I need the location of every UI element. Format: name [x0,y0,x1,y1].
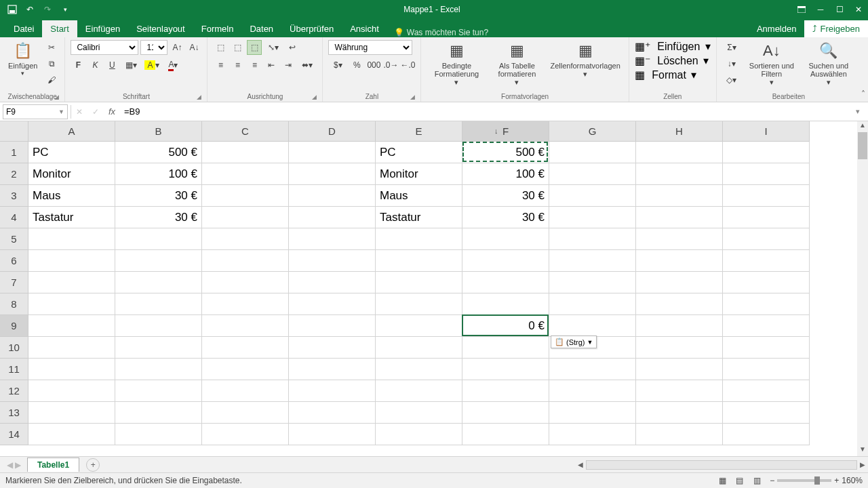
row-header-13[interactable]: 13 [0,402,28,424]
cell-E3[interactable]: Maus [376,185,462,207]
column-header-B[interactable]: B [115,121,202,142]
cell-D11[interactable] [289,359,376,380]
cell-A6[interactable] [28,250,115,272]
cell-C7[interactable] [202,272,289,293]
increase-decimal-button[interactable]: .0→ [383,58,398,73]
fill-button[interactable]: ↓▾ [722,56,741,71]
scroll-left-button[interactable]: ◀ [575,461,586,468]
cell-E7[interactable] [376,272,462,293]
cell-G7[interactable] [549,272,636,293]
cell-C4[interactable] [202,207,289,228]
cell-F2[interactable]: 100 € [462,163,549,185]
column-header-I[interactable]: I [723,121,810,142]
cell-B12[interactable] [115,380,202,402]
cell-C9[interactable] [202,315,289,337]
cell-C6[interactable] [202,250,289,272]
zoom-thumb[interactable] [814,476,820,485]
cell-F4[interactable]: 30 € [462,207,549,228]
cell-A4[interactable]: Tastatur [28,207,115,228]
row-header-2[interactable]: 2 [0,163,28,185]
delete-cells-button[interactable]: ▦⁻ Löschen ▾ [635,54,711,67]
cell-G11[interactable] [549,359,636,380]
cell-I10[interactable] [723,337,810,359]
cell-E8[interactable] [376,293,462,315]
cell-A13[interactable] [28,402,115,424]
cell-I1[interactable] [723,142,810,163]
comma-format-button[interactable]: 000 [366,58,381,73]
cell-C13[interactable] [202,402,289,424]
sheet-nav-prev[interactable]: ◀ [7,460,13,470]
cell-C2[interactable] [202,163,289,185]
cell-C10[interactable] [202,337,289,359]
column-header-D[interactable]: D [289,121,376,142]
dialog-launcher-icon[interactable]: ◢ [312,94,317,100]
select-all-button[interactable] [0,121,28,142]
cell-I4[interactable] [723,207,810,228]
dialog-launcher-icon[interactable]: ◢ [197,94,201,100]
cell-E5[interactable] [376,228,462,250]
cell-G12[interactable] [549,380,636,402]
name-box[interactable]: F9 ▼ [3,104,68,119]
cell-C14[interactable] [202,424,289,445]
cell-I7[interactable] [723,272,810,293]
cell-D6[interactable] [289,250,376,272]
tab-file[interactable]: Datei [5,20,42,37]
row-header-1[interactable]: 1 [0,142,28,163]
cell-B9[interactable] [115,315,202,337]
collapse-ribbon-button[interactable]: ˄ [861,89,865,99]
cell-C1[interactable] [202,142,289,163]
align-center-button[interactable]: ≡ [230,58,245,73]
cell-I9[interactable] [723,315,810,337]
share-button[interactable]: ⤴ Freigeben [804,20,868,37]
cell-G6[interactable] [549,250,636,272]
row-header-8[interactable]: 8 [0,293,28,315]
cell-E10[interactable] [376,337,462,359]
cell-F5[interactable] [462,228,549,250]
row-header-10[interactable]: 10 [0,337,28,359]
decrease-decimal-button[interactable]: ←.0 [400,58,415,73]
row-header-6[interactable]: 6 [0,250,28,272]
cell-H10[interactable] [636,337,723,359]
insert-cells-button[interactable]: ▦⁺ Einfügen ▾ [635,40,711,53]
cell-H1[interactable] [636,142,723,163]
row-header-12[interactable]: 12 [0,380,28,402]
save-icon[interactable] [5,3,19,16]
cell-E6[interactable] [376,250,462,272]
cell-A10[interactable] [28,337,115,359]
row-header-9[interactable]: 9 [0,315,28,337]
column-header-H[interactable]: H [636,121,723,142]
cell-D5[interactable] [289,228,376,250]
tab-formulas[interactable]: Formeln [193,20,242,37]
cell-G9[interactable] [549,315,636,337]
page-break-view-button[interactable]: ▥ [749,476,764,485]
cell-E14[interactable] [376,424,462,445]
format-cells-button[interactable]: ▦ Format ▾ [635,68,711,81]
cell-I8[interactable] [723,293,810,315]
tell-me[interactable]: 💡 Was möchten Sie tun? [394,28,488,37]
cell-F14[interactable] [462,424,549,445]
cell-A5[interactable] [28,228,115,250]
align-bottom-button[interactable]: ⬚ [247,40,262,55]
copy-button[interactable]: ⧉ [44,56,59,71]
cell-G3[interactable] [549,185,636,207]
fill-color-button[interactable]: A▾ [142,58,161,73]
orientation-button[interactable]: ⤡▾ [264,40,283,55]
paste-button[interactable]: 📋 Einfügen ▾ [5,40,40,87]
cell-H13[interactable] [636,402,723,424]
cell-H12[interactable] [636,380,723,402]
cell-H4[interactable] [636,207,723,228]
cell-I14[interactable] [723,424,810,445]
align-left-button[interactable]: ≡ [213,58,228,73]
dialog-launcher-icon[interactable]: ◢ [410,94,415,100]
zoom-out-button[interactable]: − [770,476,774,485]
row-header-14[interactable]: 14 [0,424,28,445]
cell-B3[interactable]: 30 € [115,185,202,207]
italic-button[interactable]: K [87,58,102,73]
align-top-button[interactable]: ⬚ [213,40,228,55]
cell-B5[interactable] [115,228,202,250]
cell-G13[interactable] [549,402,636,424]
cell-I6[interactable] [723,250,810,272]
cell-F8[interactable] [462,293,549,315]
enter-formula-button[interactable]: ✓ [87,107,104,117]
row-header-4[interactable]: 4 [0,207,28,228]
